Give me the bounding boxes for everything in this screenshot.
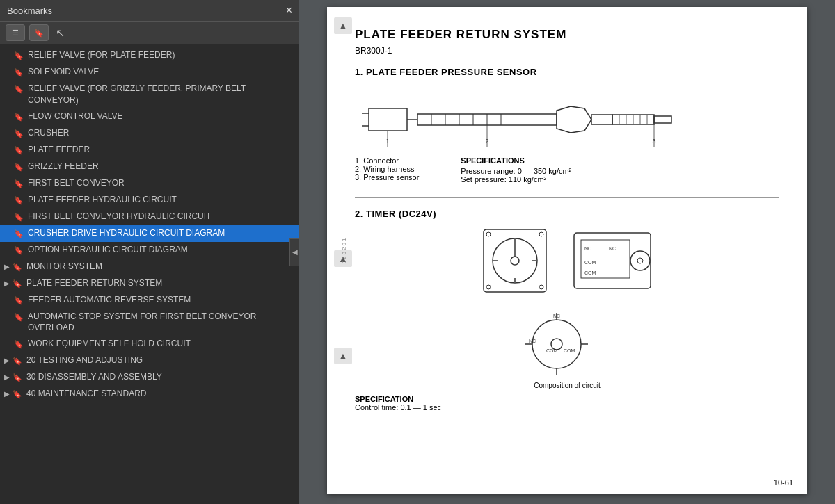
bookmark-label: PLATE FEEDER	[28, 144, 294, 156]
svg-point-43	[637, 258, 643, 263]
bookmark-item-first-belt-conveyor-hydraulic[interactable]: 🔖FIRST BELT CONVEYOR HYDRAULIC CIRCUIT	[0, 209, 299, 225]
specs-title: SPECIFICATIONS	[461, 156, 571, 165]
section1-title: 1. PLATE FEEDER PRESSURE SENSOR	[355, 67, 779, 77]
bookmark-button[interactable]: 🔖	[29, 24, 49, 41]
bookmark-item-plate-feeder-hydraulic[interactable]: 🔖PLATE FEEDER HYDRAULIC CIRCUIT	[0, 192, 299, 209]
nav-arrow-bot[interactable]: ▲	[334, 348, 352, 364]
bookmark-item-disassembly-assembly[interactable]: ▶🔖30 DISASSEMBLY AND ASSEMBLY	[0, 369, 299, 386]
close-button[interactable]: ×	[286, 4, 292, 17]
bookmark-label: WORK EQUIPMENT SELF HOLD CIRCUIT	[28, 338, 294, 350]
bookmark-icon: 🔖	[14, 245, 24, 256]
svg-text:COM: COM	[546, 348, 558, 353]
bookmark-item-work-equipment-self-hold[interactable]: 🔖WORK EQUIPMENT SELF HOLD CIRCUIT	[0, 336, 299, 352]
bookmark-label: SOLENOID VALVE	[28, 66, 294, 78]
bookmark-icon: 🔖	[14, 84, 24, 95]
bookmarks-toolbar: ☰ 🔖 ↖	[0, 22, 299, 44]
composition-label: Composition of circuit	[534, 382, 601, 389]
bookmark-icon: 🔖	[14, 129, 24, 139]
svg-point-31	[511, 257, 519, 265]
pdf-page: ▲ PLATE FEEDER RETURN SYSTEM BR300J-1 1.…	[327, 7, 807, 494]
bookmark-item-flow-control-valve[interactable]: 🔖FLOW CONTROL VALVE	[0, 108, 299, 125]
bookmark-item-plate-feeder[interactable]: 🔖PLATE FEEDER	[0, 142, 299, 158]
bookmark-item-plate-feeder-return[interactable]: ▶🔖PLATE FEEDER RETURN SYSTEM	[0, 275, 299, 292]
svg-point-38	[539, 232, 543, 236]
bookmark-item-feeder-auto-reverse[interactable]: 🔖FEEDER AUTOMATIC REVERSE SYSTEM	[0, 292, 299, 309]
bookmark-label: 20 TESTING AND ADJUSTING	[26, 355, 294, 366]
bookmark-icon: 🔖	[14, 195, 24, 206]
bookmark-icon: 🔖	[14, 145, 24, 156]
bookmark-icon: 🔖	[14, 212, 24, 222]
bookmark-item-crusher[interactable]: 🔖CRUSHER	[0, 125, 299, 142]
bookmark-icon: 🔖	[14, 51, 24, 61]
pdf-section-1: 1. PLATE FEEDER PRESSURE SENSOR 1	[355, 67, 779, 184]
bookmark-icon: 🔖	[14, 179, 24, 189]
section2-title: 2. TIMER (DC24V)	[355, 209, 779, 219]
bookmark-label: RELIEF VALVE (FOR GRIZZLY FEEDER, PRIMAR…	[28, 83, 294, 106]
bookmark-item-testing-adjusting[interactable]: ▶🔖20 TESTING AND ADJUSTING	[0, 352, 299, 369]
svg-text:NC: NC	[553, 314, 560, 318]
bookmark-item-relief-valve-plate[interactable]: 🔖RELIEF VALVE (FOR PLATE FEEDER)	[0, 47, 299, 64]
bookmark-item-crusher-drive-hydraulic[interactable]: 🔖CRUSHER DRIVE HYDRAULIC CIRCUIT DIAGRAM	[0, 225, 299, 242]
bookmark-label: MONITOR SYSTEM	[26, 261, 294, 273]
bookmark-icon: 🔖	[13, 356, 22, 366]
bookmark-label: FLOW CONTROL VALVE	[28, 111, 294, 122]
bookmark-icon: 🔖	[13, 262, 22, 273]
divider	[355, 197, 779, 198]
bookmark-item-first-belt-conveyor[interactable]: 🔖FIRST BELT CONVEYOR	[0, 175, 299, 192]
bookmark-item-grizzly-feeder[interactable]: 🔖GRIZZLY FEEDER	[0, 158, 299, 175]
bookmark-label: PLATE FEEDER RETURN SYSTEM	[26, 277, 294, 289]
svg-marker-15	[557, 106, 591, 133]
svg-point-49	[532, 320, 581, 368]
svg-text:NC: NC	[609, 246, 616, 251]
menu-button[interactable]: ☰	[6, 24, 25, 41]
sensor-labels: 1. Connector 2. Wiring harness 3. Pressu…	[355, 156, 419, 184]
bookmark-item-maintenance-standard[interactable]: ▶🔖40 MAINTENANCE STANDARD	[0, 386, 299, 403]
pdf-viewer: ▲ PLATE FEEDER RETURN SYSTEM BR300J-1 1.…	[299, 0, 835, 504]
svg-text:COM: COM	[564, 348, 575, 353]
svg-point-39	[486, 285, 491, 289]
svg-point-42	[630, 251, 650, 270]
svg-rect-16	[591, 115, 612, 124]
bookmark-icon: 🔖	[13, 373, 22, 383]
cursor-icon: ↖	[56, 26, 65, 40]
circuit-diagram: NC NC COM COM Composition of circuit	[355, 309, 779, 389]
bookmark-label: FIRST BELT CONVEYOR HYDRAULIC CIRCUIT	[28, 211, 294, 222]
svg-text:NC: NC	[529, 339, 536, 343]
bookmark-label: FEEDER AUTOMATIC REVERSE SYSTEM	[28, 294, 294, 306]
bookmark-label: CRUSHER DRIVE HYDRAULIC CIRCUIT DIAGRAM	[28, 227, 294, 239]
expand-arrow: ▶	[4, 279, 10, 288]
bookmark-item-solenoid-valve[interactable]: 🔖SOLENOID VALVE	[0, 64, 299, 81]
bookmark-icon: 🔖	[14, 295, 24, 306]
pdf-model: BR300J-1	[355, 46, 779, 56]
svg-rect-23	[654, 116, 671, 123]
control-time: Control time: 0.1 — 1 sec	[355, 403, 779, 412]
expand-arrow: ▶	[4, 262, 10, 272]
bookmark-item-monitor-system[interactable]: ▶🔖MONITOR SYSTEM	[0, 259, 299, 275]
specification-title: SPECIFICATION	[355, 395, 779, 403]
connector-label: 1. Connector	[355, 156, 419, 165]
sensor-specs: 1. Connector 2. Wiring harness 3. Pressu…	[355, 156, 779, 184]
svg-rect-0	[369, 108, 407, 131]
bookmark-item-auto-stop-belt[interactable]: 🔖AUTOMATIC STOP SYSTEM FOR FIRST BELT CO…	[0, 309, 299, 336]
side-text: 823201	[341, 237, 347, 264]
bookmark-label: PLATE FEEDER HYDRAULIC CIRCUIT	[28, 194, 294, 206]
bookmark-icon: 🔖	[14, 162, 24, 172]
pdf-section-2: 2. TIMER (DC24V)	[355, 209, 779, 295]
pressure-sensor-label: 3. Pressure sensor	[355, 173, 419, 181]
bookmark-label: 30 DISASSEMBLY AND ASSEMBLY	[26, 371, 294, 383]
svg-text:NC: NC	[584, 246, 591, 251]
sensor-diagram: 1 2	[355, 84, 779, 156]
specification-block: SPECIFICATION Control time: 0.1 — 1 sec	[355, 395, 779, 412]
collapse-panel-button[interactable]: ◀	[289, 238, 299, 266]
bookmarks-list: 🔖RELIEF VALVE (FOR PLATE FEEDER)🔖SOLENOI…	[0, 44, 299, 504]
timer-diagrams: NC COM COM NC	[355, 226, 779, 295]
bookmark-label: 40 MAINTENANCE STANDARD	[26, 388, 294, 400]
bookmark-icon: 🔖	[13, 389, 22, 400]
svg-point-37	[486, 232, 491, 236]
nav-arrow-top[interactable]: ▲	[334, 17, 352, 34]
bookmark-item-option-hydraulic[interactable]: 🔖OPTION HYDRAULIC CIRCUIT DIAGRAM	[0, 242, 299, 259]
expand-arrow: ▶	[4, 356, 10, 366]
svg-text:COM: COM	[584, 260, 596, 265]
bookmark-icon: 🔖	[14, 339, 24, 350]
bookmark-item-relief-valve-grizzly[interactable]: 🔖RELIEF VALVE (FOR GRIZZLY FEEDER, PRIMA…	[0, 81, 299, 108]
